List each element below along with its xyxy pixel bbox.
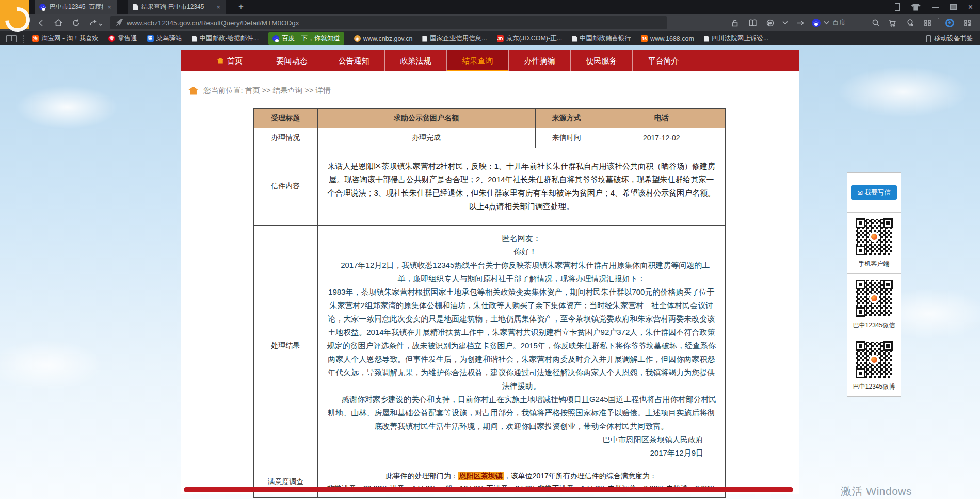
bookmark-baidu[interactable]: 百度一下，你就知道 <box>268 32 344 45</box>
close-window-icon[interactable]: × <box>968 3 973 11</box>
engine-chevron-icon[interactable] <box>824 21 829 25</box>
table-row-satisfaction: 满意度调查 此事件的处理部门为：恩阳区茶坝镇，该单位2017年所有办理信件的综合… <box>253 466 726 498</box>
mini-window-icon[interactable] <box>895 3 900 11</box>
reading-mode-icon[interactable] <box>744 14 761 31</box>
download-manager-icon[interactable] <box>958 14 976 31</box>
result-paragraph: 感谢你对家乡建设的关心和支持，目前你村正在实施土地增减挂钩项目且G245国道工程… <box>326 393 717 433</box>
header-cell: 受理标题 <box>253 108 317 128</box>
header-cell-title: 求助公示贫困户名额 <box>317 108 535 128</box>
url-text: www.scbz12345.gov.cn/ResultQuery/Detail/… <box>127 19 299 27</box>
page-icon <box>704 36 709 42</box>
refresh-icon[interactable] <box>67 14 85 31</box>
baidu-paw-icon <box>272 35 279 42</box>
search-icon[interactable] <box>872 19 880 27</box>
toolbar-divider <box>938 18 939 27</box>
bookmark-psbc[interactable]: 中国邮政储蓄银行 <box>572 34 631 43</box>
home-icon[interactable] <box>50 14 67 31</box>
chevron-down-icon[interactable] <box>779 14 791 31</box>
bookmark-jd[interactable]: JD京东(JD.COM)-正... <box>497 34 562 43</box>
page-favicon <box>133 4 138 10</box>
nav-item-notice[interactable]: 公告通知 <box>323 50 384 71</box>
close-tab-icon[interactable]: × <box>215 3 221 11</box>
skin-theme-icon[interactable] <box>911 4 921 11</box>
back-icon[interactable] <box>32 14 50 31</box>
search-box[interactable]: 百度 <box>809 16 883 29</box>
page-icon <box>572 36 577 42</box>
bookmark-china-post[interactable]: 中国邮政-给据邮件... <box>192 34 259 43</box>
lock-icon[interactable] <box>726 14 744 31</box>
header-cell-source: 电话 <box>598 108 726 128</box>
rocket-icon <box>116 19 123 26</box>
satisfaction-content-cell: 此事件的处理部门为：恩阳区茶坝镇，该单位2017年所有办理信件的综合满意度为： … <box>317 466 726 498</box>
bookmarks-bar: 淘淘宝网 - 淘！我喜欢 零零售通 驿菜鸟驿站 中国邮政-给据邮件... 百度一… <box>0 31 980 45</box>
browser-tab-baidu-search[interactable]: 巴中市12345_百度搜索 × <box>35 0 117 14</box>
write-letter-button[interactable]: ✉ 我要写信 <box>851 185 897 200</box>
table-header-row: 受理标题 求助公示贫困户名额 来源方式 电话 <box>253 108 726 128</box>
nav-item-result-query[interactable]: 结果查询 <box>446 50 508 71</box>
qr-code-app <box>855 218 893 256</box>
qr-section-wechat: 巴中12345微信 <box>847 274 901 335</box>
baidu-engine-icon[interactable] <box>812 19 821 27</box>
result-signature: 巴中市恩阳区茶坝镇人民政府 <box>326 433 717 446</box>
activate-windows-watermark: 激活 Windows <box>841 484 912 498</box>
cart-icon[interactable] <box>883 14 901 31</box>
result-paragraph: 1983年，茶坝镇朱家营村根据国家土地承包等相关政策变卖集体资产，期间村民朱仕群… <box>326 285 717 393</box>
detail-table: 受理标题 求助公示贫困户名额 来源方式 电话 办理情况 办理完成 来信时间 20… <box>253 108 726 498</box>
1688-icon: 16 <box>641 35 648 42</box>
location-pin-icon[interactable] <box>901 14 919 31</box>
minimize-icon[interactable] <box>932 7 939 8</box>
share-forward-icon[interactable] <box>85 14 107 31</box>
nav-item-news[interactable]: 要闻动态 <box>261 50 323 71</box>
nav-item-home[interactable]: 首页 <box>199 50 261 71</box>
new-tab-button[interactable]: + <box>233 1 249 13</box>
side-panel: ✉ 我要写信 手机客户端 巴中12345微信 巴中12345微博 <box>847 172 901 397</box>
bookmark-gsxt[interactable]: 国家企业信用信息... <box>422 34 487 43</box>
qr-code-wechat <box>855 279 893 317</box>
bookmark-taobao[interactable]: 淘淘宝网 - 淘！我喜欢 <box>32 34 99 43</box>
close-tab-icon[interactable]: × <box>106 3 113 11</box>
breadcrumb: 您当前位置: 首页 >> 结果查询 >> 详情 <box>188 86 799 95</box>
result-content-cell: 匿名网友： 你好！ 2017年12月2日，我镇收悉12345热线平台关于你反映茶… <box>317 225 726 466</box>
tab-bar: 巴中市12345_百度搜索 × 结果查询-巴中市12345 × + × <box>0 0 980 14</box>
browser-window: 巴中市12345_百度搜索 × 结果查询-巴中市12345 × + × www.… <box>0 0 980 499</box>
bookmark-cnbz[interactable]: ◉www.cnbz.gov.cn <box>354 35 413 42</box>
date-value: 2017-12-02 <box>598 128 726 148</box>
maximize-icon[interactable] <box>950 4 957 10</box>
mobile-bookmarks-button[interactable]: 移动设备书签 <box>926 34 973 43</box>
apps-grid-icon[interactable] <box>919 14 936 31</box>
qr-label: 巴中12345微博 <box>853 382 895 391</box>
bookmark-sc-court[interactable]: 四川法院网上诉讼... <box>704 34 768 43</box>
footer-red-bar <box>184 487 793 492</box>
jd-icon: JD <box>497 35 504 42</box>
qr-label: 手机客户端 <box>859 260 890 268</box>
letter-content-cell: 来话人是恩阳区茶坝镇朱家营村2社村民，反映：1、十几年前社长朱仕群私自占用该社公… <box>317 148 726 225</box>
sidebar-toggle-icon[interactable] <box>6 35 17 42</box>
search-input[interactable]: 百度 <box>832 18 869 27</box>
web-page: 首页 要闻动态 公告通知 政策法规 结果查询 办件摘编 便民服务 平台简介 您当… <box>0 45 980 499</box>
header-cell: 来源方式 <box>535 108 598 128</box>
letter-label: 信件内容 <box>253 148 317 225</box>
result-paragraph: 你好！ <box>326 245 717 259</box>
gov-emblem-icon: ◉ <box>354 35 361 42</box>
window-controls: × <box>895 0 973 14</box>
bookmark-lingshoutong[interactable]: 零零售通 <box>108 34 137 43</box>
nav-item-service[interactable]: 便民服务 <box>570 50 632 71</box>
bookmark-1688[interactable]: 16www.1688.com <box>641 35 694 42</box>
nav-item-digest[interactable]: 办件摘编 <box>508 50 570 71</box>
compat-mode-icon[interactable] <box>761 14 779 31</box>
nav-item-policy[interactable]: 政策法规 <box>384 50 446 71</box>
department-highlight: 恩阳区茶坝镇 <box>458 472 504 480</box>
speed-mode-icon[interactable] <box>941 14 958 31</box>
qr-center-logo <box>869 355 879 365</box>
nav-item-about[interactable]: 平台简介 <box>632 50 694 71</box>
bookmark-cainiao[interactable]: 驿菜鸟驿站 <box>147 34 182 43</box>
tab-title: 巴中市12345_百度搜索 <box>50 3 103 11</box>
satisfaction-label: 满意度调查 <box>253 466 317 498</box>
qr-section-app: 手机客户端 <box>847 213 901 274</box>
uc-browser-logo[interactable] <box>0 0 29 29</box>
result-paragraph: 2017年12月2日，我镇收悉12345热线平台关于你反映茶坝镇朱家营村朱仕群占… <box>326 259 717 285</box>
envelope-icon: ✉ <box>857 189 862 197</box>
forward-arrow-icon[interactable] <box>791 14 809 31</box>
url-bar[interactable]: www.scbz12345.gov.cn/ResultQuery/Detail/… <box>110 16 667 29</box>
browser-tab-result-query[interactable]: 结果查询-巴中市12345 × <box>128 0 226 14</box>
